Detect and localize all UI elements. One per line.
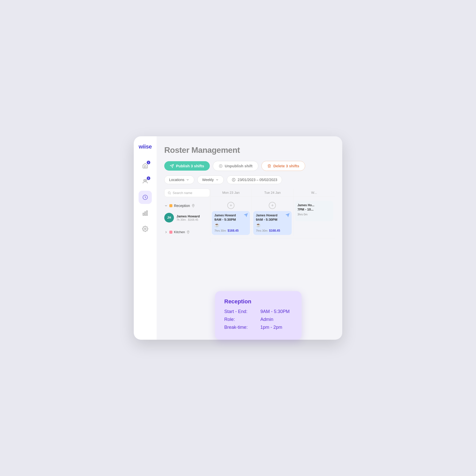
shift-hours-tue: 7hrs 30m $168.45 — [256, 229, 289, 232]
svg-rect-3 — [143, 213, 144, 215]
coffee-icon-tue: ☕ — [256, 222, 289, 227]
shift-time-tue: 9AM - 5:30PM — [256, 218, 289, 221]
reception-cal-label-col3 — [293, 197, 335, 200]
date-range: 23/01/2023 – 05/02/2023 — [227, 175, 282, 184]
day-col-tue: Tue 24 Jan — [251, 189, 293, 197]
svg-point-13 — [168, 192, 170, 194]
chevron-down-icon — [186, 178, 189, 182]
tooltip-label-break: Break-time: — [224, 325, 257, 330]
search-box[interactable]: Search name — [164, 189, 210, 197]
reception-label: Reception — [174, 204, 190, 208]
date-range-label: 23/01/2023 – 05/02/2023 — [238, 178, 277, 182]
shift-hours-wed: 3hrs 0m — [298, 213, 331, 216]
x-circle-icon — [219, 164, 223, 168]
sidebar-item-chart[interactable] — [139, 206, 152, 220]
tooltip-row-time: Start - End: 9AM - 5:30PM — [224, 309, 292, 314]
filters: Locations Weekly 23/01/202 — [164, 175, 335, 184]
reception-calendar-header — [210, 197, 335, 200]
shift-amount-mon: $168.45 — [228, 229, 239, 232]
employee-hours: 7h 30m . $168.45 — [176, 218, 200, 221]
kitchen-section-header: Kitchen — [164, 228, 210, 236]
svg-marker-20 — [286, 213, 289, 217]
add-shift-tue[interactable]: + — [269, 202, 276, 209]
delete-label: Delete 3 shifts — [273, 164, 299, 168]
reception-cal-label-col2 — [251, 197, 293, 200]
sidebar-item-settings[interactable] — [139, 222, 152, 235]
shift-amount-tue: $168.45 — [269, 229, 280, 232]
add-shift-mon[interactable]: + — [227, 202, 234, 209]
reception-cal-label-col — [210, 197, 251, 200]
svg-rect-5 — [146, 211, 147, 215]
clock-icon — [142, 194, 148, 200]
sidebar-item-clock[interactable] — [139, 191, 152, 204]
employee-info: James Howard 7h 30m . $168.45 — [176, 214, 200, 221]
chevron-down-icon-2 — [215, 178, 219, 182]
tooltip-label-role: Role: — [224, 317, 257, 322]
team-badge: 1 — [147, 176, 150, 180]
day-col-mon: Mon 23 Jan — [210, 189, 251, 197]
locations-filter[interactable]: Locations — [164, 175, 194, 184]
shift-col-wed: James Ho... 7PM - 10... 3hrs 0m — [293, 200, 335, 236]
sidebar: wiise 1 1 — [134, 136, 157, 340]
svg-line-14 — [170, 194, 171, 194]
svg-point-1 — [145, 180, 147, 181]
tooltip-row-role: Role: Admin — [224, 317, 292, 322]
arrow-left-icon — [232, 178, 236, 182]
shift-col-tue: + James Howard 9AM - 5:30PM ☕ 7hrs 30m $… — [251, 200, 293, 236]
chevron-right-kitchen-icon — [164, 230, 168, 234]
send-icon-mon — [244, 213, 248, 218]
day-header-tue: Tue 24 Jan — [252, 189, 293, 197]
sidebar-item-home[interactable]: 1 — [139, 159, 152, 172]
svg-rect-4 — [145, 212, 146, 215]
shift-name-tue: James Howard — [256, 214, 289, 217]
send-icon-tue — [286, 213, 290, 218]
tooltip-value-role: Admin — [260, 317, 273, 322]
unpublish-label: Unpublish shift — [225, 164, 252, 168]
search-placeholder: Search name — [173, 191, 192, 195]
tooltip-title: Reception — [224, 298, 292, 305]
shift-name-mon: James Howard — [214, 214, 247, 217]
tooltip-value-break: 1pm - 2pm — [260, 325, 282, 330]
shift-time-wed: 7PM - 10... — [298, 207, 331, 211]
sidebar-item-team[interactable]: 1 — [139, 175, 152, 188]
shift-tooltip: Reception Start - End: 9AM - 5:30PM Role… — [215, 291, 302, 340]
trash-icon — [267, 164, 271, 168]
tooltip-row-break: Break-time: 1pm - 2pm — [224, 325, 292, 330]
kitchen-col — [210, 238, 335, 242]
locations-label: Locations — [169, 178, 184, 182]
employee-row-james: JH James Howard 7h 30m . $168.45 — [164, 210, 210, 225]
home-badge: 1 — [147, 161, 150, 164]
shift-col-mon: + James Howard 9AM - 5:30PM ☕ 7hrs 30m $… — [210, 200, 251, 236]
svg-point-6 — [144, 228, 146, 230]
shift-row-james: + James Howard 9AM - 5:30PM ☕ 7hrs 30m $… — [210, 200, 335, 236]
toolbar: Publish 3 shifts Unpublish shift — [164, 161, 335, 171]
send-icon — [170, 164, 174, 168]
day-headers: Mon 23 Jan Tue 24 Jan W... — [210, 189, 335, 197]
publish-button[interactable]: Publish 3 shifts — [164, 161, 210, 171]
chart-icon — [142, 210, 148, 216]
reception-section-header: Reception — [164, 201, 210, 210]
svg-point-16 — [188, 231, 189, 232]
svg-marker-18 — [244, 213, 248, 217]
weekly-filter[interactable]: Weekly — [197, 175, 224, 184]
delete-button[interactable]: Delete 3 shifts — [261, 161, 305, 171]
day-header-mon: Mon 23 Jan — [210, 189, 251, 197]
publish-label: Publish 3 shifts — [176, 164, 204, 168]
shift-card-wed[interactable]: James Ho... 7PM - 10... 3hrs 0m — [295, 201, 333, 221]
page-title: Roster Management — [164, 145, 335, 155]
employee-name: James Howard — [176, 214, 200, 218]
coffee-icon-mon: ☕ — [214, 222, 247, 227]
shift-card-mon[interactable]: James Howard 9AM - 5:30PM ☕ 7hrs 30m $16… — [212, 211, 250, 235]
app-logo: wiise — [139, 143, 152, 150]
reception-dot — [169, 204, 172, 207]
unpublish-button[interactable]: Unpublish shift — [213, 161, 258, 171]
shift-time-mon: 9AM - 5:30PM — [214, 218, 247, 221]
location-pin-icon-kitchen — [186, 230, 190, 234]
kitchen-row — [210, 238, 335, 242]
shift-card-tue[interactable]: James Howard 9AM - 5:30PM ☕ 7hrs 30m $16… — [253, 211, 291, 235]
svg-point-15 — [193, 205, 194, 206]
tooltip-label-time: Start - End: — [224, 309, 257, 314]
shift-name-wed: James Ho... — [298, 203, 331, 207]
weekly-label: Weekly — [202, 178, 214, 182]
svg-point-12 — [232, 178, 235, 181]
